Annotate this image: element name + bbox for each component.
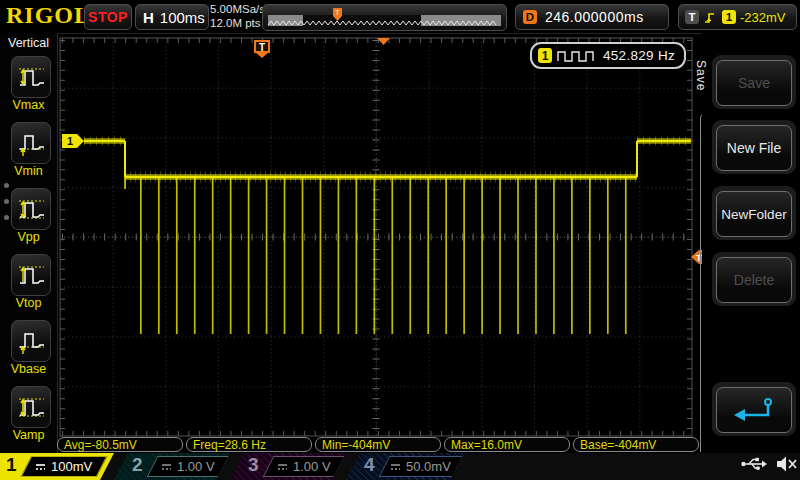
overview-wave: T xyxy=(263,5,506,30)
channel-2-number: 2 xyxy=(132,454,143,476)
measurement-results-bar: Avg=-80.5mV Freq=28.6 Hz Min=-404mV Max=… xyxy=(57,437,702,453)
dc-coupling-icon xyxy=(278,464,287,470)
channel-3-scale-box: 1.00 V xyxy=(263,456,346,477)
waveform-overview-thumbnail[interactable]: T xyxy=(262,4,507,31)
delay-value: 246.000000ms xyxy=(545,9,644,25)
channel-1-scale: 100mV xyxy=(51,459,92,474)
vmin-label: Vmin xyxy=(0,164,57,178)
vmin-icon xyxy=(16,128,46,158)
left-menu-title: Vertical xyxy=(0,36,57,50)
vtop-icon xyxy=(16,260,46,290)
channel-1-number: 1 xyxy=(6,454,17,476)
svg-text:T: T xyxy=(335,9,340,16)
measurement-avg[interactable]: Avg=-80.5mV xyxy=(57,437,183,452)
vmax-label: Vmax xyxy=(0,98,57,112)
trigger-source-badge: 1 xyxy=(722,10,736,24)
vtop-button[interactable] xyxy=(11,254,51,296)
d-label: D xyxy=(523,10,537,24)
vbase-icon xyxy=(16,326,46,356)
dc-coupling-icon xyxy=(36,464,45,470)
vbase-button[interactable] xyxy=(11,320,51,362)
freq-counter-channel-badge: 1 xyxy=(538,48,552,63)
vtop-label: Vtop xyxy=(0,296,57,310)
back-button[interactable] xyxy=(716,387,792,433)
menu-slot-new-file: New File xyxy=(712,120,796,174)
vpp-button[interactable] xyxy=(11,188,51,230)
menu-tab-label: Save xyxy=(694,60,708,91)
vpp-icon xyxy=(16,194,46,224)
run-state-label: STOP xyxy=(88,9,128,25)
left-measure-menu: Vertical Vmax Vmin Vpp Vtop xyxy=(0,33,58,453)
h-label: H xyxy=(143,9,154,26)
svg-text:1: 1 xyxy=(67,135,73,147)
memory-depth: 12.0M pts xyxy=(210,17,265,31)
usb-icon xyxy=(740,455,768,473)
dc-coupling-icon xyxy=(391,464,400,470)
rising-edge-icon xyxy=(703,10,718,25)
channel-4-scale: 50.0mV xyxy=(406,459,451,474)
new-folder-button[interactable]: NewFolder xyxy=(716,191,792,237)
channel-1-scale-box: 100mV xyxy=(21,456,108,477)
speaker-muted-icon xyxy=(776,455,798,473)
channel-4-scale-box: 50.0mV xyxy=(379,456,464,477)
channel-2-scale-box: 1.00 V xyxy=(147,456,230,477)
brand-logo: RIGOL xyxy=(6,2,91,29)
return-arrow-icon xyxy=(730,395,778,425)
horizontal-timebase-box[interactable]: H 100ms xyxy=(135,4,209,30)
dc-coupling-icon xyxy=(162,464,171,470)
measurement-freq[interactable]: Freq=28.6 Hz xyxy=(186,437,312,452)
timebase-value: 100ms xyxy=(160,9,205,26)
measurement-base[interactable]: Base=-404mV xyxy=(573,437,699,452)
delay-readout-box[interactable]: D 246.000000ms xyxy=(515,4,669,30)
trigger-level-value: -232mV xyxy=(740,10,786,25)
waveform-display: T 1 T xyxy=(0,0,800,480)
overview-trigger-pin: T xyxy=(333,8,342,21)
save-button[interactable]: Save xyxy=(716,60,792,106)
vpp-label: Vpp xyxy=(0,230,57,244)
vmax-button[interactable] xyxy=(11,56,51,98)
vmax-icon xyxy=(16,62,46,92)
channel-status-bar: 1 100mV 2 1.00 V 3 1.00 V 4 xyxy=(0,453,800,480)
frequency-counter: 1 452.829 Hz xyxy=(530,42,686,69)
freq-counter-value: 452.829 Hz xyxy=(603,48,675,63)
channel-3-tab[interactable]: 3 1.00 V xyxy=(230,453,346,480)
measurement-min[interactable]: Min=-404mV xyxy=(315,437,441,452)
channel-4-number: 4 xyxy=(364,454,375,476)
oscilloscope-screen: { "brand": "RIGOL", "top_bar": { "run_st… xyxy=(0,0,800,480)
run-state-indicator[interactable]: STOP xyxy=(84,4,132,30)
menu-slot-save: Save xyxy=(712,55,796,109)
channel-1-tab[interactable]: 1 100mV xyxy=(0,453,114,480)
sample-rate: 5.00MSa/s xyxy=(210,3,265,17)
vamp-button[interactable] xyxy=(11,386,51,428)
graticule xyxy=(60,38,692,436)
menu-slot-new-folder: NewFolder xyxy=(712,186,796,240)
vamp-label: Vamp xyxy=(0,428,57,442)
trigger-readout-box[interactable]: T 1 -232mV xyxy=(678,4,797,30)
menu-slot-delete: Delete xyxy=(712,252,796,306)
trigger-flag-label: T xyxy=(259,42,265,53)
channel-4-tab[interactable]: 4 50.0mV xyxy=(346,453,464,480)
vamp-icon xyxy=(16,392,46,422)
new-file-button[interactable]: New File xyxy=(716,125,792,171)
acquisition-info: 5.00MSa/s 12.0M pts xyxy=(210,3,265,30)
channel-3-scale: 1.00 V xyxy=(293,459,331,474)
vbase-label: Vbase xyxy=(0,362,57,376)
square-wave-icon xyxy=(557,49,597,62)
vmin-button[interactable] xyxy=(11,122,51,164)
t-label: T xyxy=(685,10,699,24)
measurement-max[interactable]: Max=16.0mV xyxy=(444,437,570,452)
menu-scroll-dots xyxy=(4,183,9,220)
menu-slot-back xyxy=(712,382,796,436)
channel-3-number: 3 xyxy=(248,454,259,476)
delete-button[interactable]: Delete xyxy=(716,257,792,303)
channel-2-tab[interactable]: 2 1.00 V xyxy=(114,453,230,480)
channel-2-scale: 1.00 V xyxy=(177,459,215,474)
